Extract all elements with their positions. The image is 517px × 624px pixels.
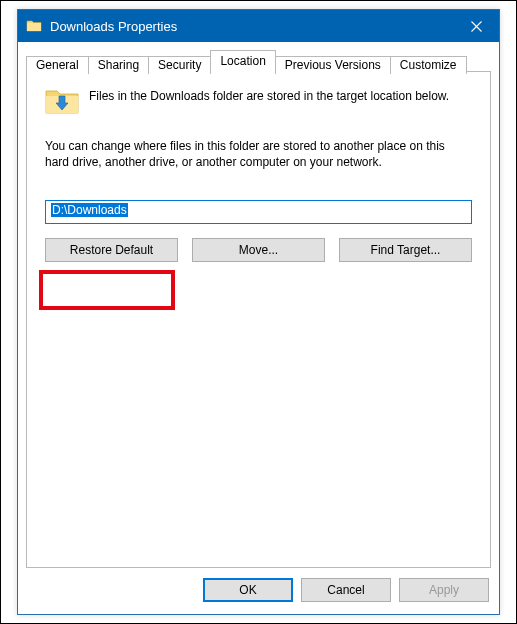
tab-sharing[interactable]: Sharing xyxy=(88,56,149,74)
move-button[interactable]: Move... xyxy=(192,238,325,262)
find-target-button[interactable]: Find Target... xyxy=(339,238,472,262)
ok-button[interactable]: OK xyxy=(203,578,293,602)
titlebar: Downloads Properties xyxy=(18,10,499,42)
tab-location[interactable]: Location xyxy=(210,50,275,72)
downloads-folder-icon xyxy=(45,86,79,116)
tab-general[interactable]: General xyxy=(26,56,89,74)
close-button[interactable] xyxy=(453,10,499,42)
tab-customize[interactable]: Customize xyxy=(390,56,467,74)
apply-button[interactable]: Apply xyxy=(399,578,489,602)
intro-text: Files in the Downloads folder are stored… xyxy=(89,86,449,104)
dialog-body: General Sharing Security Location Previo… xyxy=(18,42,499,568)
location-buttons: Restore Default Move... Find Target... xyxy=(45,238,472,262)
tab-security[interactable]: Security xyxy=(148,56,211,74)
window-title: Downloads Properties xyxy=(50,19,453,34)
cancel-button[interactable]: Cancel xyxy=(301,578,391,602)
red-highlight xyxy=(39,270,175,310)
location-panel: Files in the Downloads folder are stored… xyxy=(26,71,491,568)
folder-icon xyxy=(26,18,42,34)
intro-row: Files in the Downloads folder are stored… xyxy=(45,86,472,116)
location-path-input[interactable]: D:\Downloads xyxy=(45,200,472,224)
path-value: D:\Downloads xyxy=(51,203,128,217)
tab-strip: General Sharing Security Location Previo… xyxy=(26,50,491,72)
dialog-footer: OK Cancel Apply xyxy=(18,568,499,614)
properties-window: Downloads Properties General Sharing Sec… xyxy=(17,9,500,615)
description-text: You can change where files in this folde… xyxy=(45,138,472,170)
restore-default-button[interactable]: Restore Default xyxy=(45,238,178,262)
tab-previous-versions[interactable]: Previous Versions xyxy=(275,56,391,74)
